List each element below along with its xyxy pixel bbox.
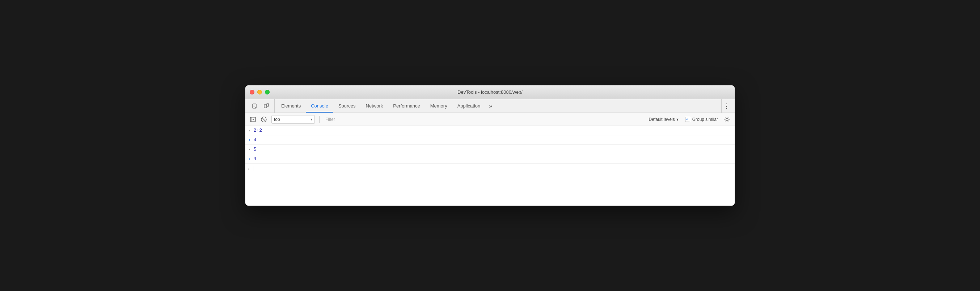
- tab-network[interactable]: Network: [361, 99, 388, 113]
- console-content: › 2+2 ‹ 4 › $_ ‹ 4 ›: [245, 126, 735, 205]
- filter-input[interactable]: [323, 115, 645, 124]
- console-output-text-1: 4: [254, 156, 256, 161]
- devtools-window: DevTools - localhost:8080/web/ Elements: [245, 85, 735, 206]
- context-select[interactable]: top ▾: [271, 115, 315, 124]
- tab-memory[interactable]: Memory: [425, 99, 452, 113]
- console-entry-3: ‹ 4: [245, 154, 735, 164]
- console-entry-0: › 2+2: [245, 126, 735, 135]
- tab-elements[interactable]: Elements: [276, 99, 306, 113]
- minimize-button[interactable]: [257, 90, 262, 94]
- group-similar-checkbox[interactable]: ✓: [685, 117, 690, 122]
- svg-rect-1: [264, 105, 267, 108]
- cursor-blink: [253, 166, 253, 171]
- traffic-lights: [250, 90, 270, 94]
- console-sidebar-button[interactable]: [248, 115, 258, 124]
- tab-application[interactable]: Application: [452, 99, 486, 113]
- console-output-text-0: 4: [254, 137, 256, 143]
- default-levels-button[interactable]: Default levels ▾: [647, 117, 681, 122]
- devtools-menu-button[interactable]: ⋮: [722, 101, 732, 111]
- title-bar: DevTools - localhost:8080/web/: [245, 86, 735, 99]
- group-similar-area: ✓ Group similar: [685, 117, 718, 122]
- input-chevron-0: ›: [248, 129, 251, 133]
- clear-console-button[interactable]: [259, 115, 269, 124]
- tab-sources[interactable]: Sources: [333, 99, 361, 113]
- svg-marker-5: [253, 119, 254, 120]
- window-title: DevTools - localhost:8080/web/: [457, 89, 523, 95]
- active-input-chevron: ›: [248, 167, 250, 171]
- svg-rect-2: [267, 103, 269, 107]
- toolbar-icons: [247, 99, 275, 113]
- output-chevron-0: ‹: [248, 138, 251, 142]
- console-cursor-line: [253, 166, 253, 171]
- device-toggle-button[interactable]: [261, 101, 271, 111]
- console-active-input[interactable]: ›: [245, 164, 735, 174]
- inspect-element-button[interactable]: [250, 101, 260, 111]
- console-entry-1: ‹ 4: [245, 135, 735, 145]
- tab-console[interactable]: Console: [306, 99, 333, 113]
- console-entry-2: › $_: [245, 145, 735, 154]
- tab-bar: Elements Console Sources Network Perform…: [245, 99, 735, 113]
- input-chevron-1: ›: [248, 147, 251, 152]
- svg-point-8: [726, 118, 728, 121]
- console-settings-button[interactable]: [722, 115, 732, 124]
- console-input-text-1: $_: [254, 146, 259, 152]
- console-input-text-0: 2+2: [254, 128, 262, 133]
- levels-dropdown-arrow: ▾: [676, 117, 679, 122]
- maximize-button[interactable]: [265, 90, 270, 94]
- console-toolbar: top ▾ Default levels ▾ ✓ Group similar: [245, 113, 735, 126]
- tab-bar-right: ⋮: [721, 99, 735, 113]
- svg-line-7: [262, 118, 266, 121]
- close-button[interactable]: [250, 90, 255, 94]
- context-dropdown-arrow: ▾: [310, 117, 312, 121]
- more-tabs-button[interactable]: »: [486, 99, 495, 113]
- tab-performance[interactable]: Performance: [388, 99, 425, 113]
- filter-divider: [319, 116, 320, 123]
- output-chevron-1: ‹: [248, 157, 251, 161]
